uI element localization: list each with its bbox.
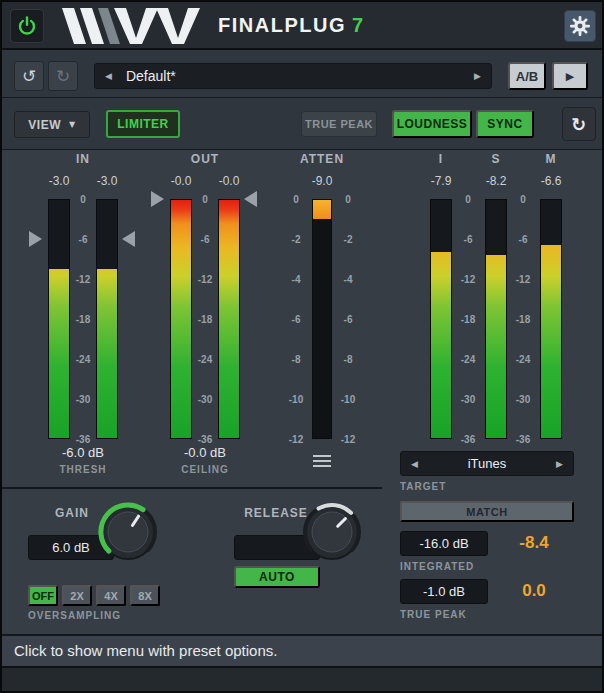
thresh-handle-right[interactable] <box>122 231 135 247</box>
plugin-version: 7 <box>352 14 365 36</box>
integrated-peak: -7.9 <box>424 174 458 188</box>
limiter-controls-panel: GAIN 6.0 dB RELEASE AUTO OFF 2X 4X 8X OV… <box>2 487 382 634</box>
atten-meter <box>312 199 332 439</box>
preset-bar: ↺ ↻ ◀ Default* ▶ A/B ▶ <box>2 50 602 98</box>
target-next-icon[interactable]: ▶ <box>556 459 563 469</box>
integrated-readout: -8.4 <box>494 530 574 555</box>
integrated-caption: INTEGRATED <box>400 561 540 572</box>
sync-toggle[interactable]: SYNC <box>476 110 534 138</box>
chevron-down-icon: ▼ <box>69 120 76 129</box>
short-term-peak: -8.2 <box>479 174 513 188</box>
refresh-loudness-button[interactable]: ↻ <box>562 107 596 141</box>
oversampling-8x-button[interactable]: 8X <box>130 585 160 606</box>
short-term-meter <box>485 199 507 439</box>
out-peak-right: -0.0 <box>212 174 246 188</box>
true-peak-target-field[interactable]: -1.0 dB <box>400 579 488 604</box>
footer-strip <box>2 666 602 691</box>
target-caption: TARGET <box>400 481 520 492</box>
view-dropdown[interactable]: VIEW ▼ <box>14 111 90 138</box>
target-name: iTunes <box>418 456 556 471</box>
view-label: VIEW <box>28 118 61 132</box>
redo-button[interactable]: ↻ <box>48 61 78 91</box>
circular-arrows-icon: ↻ <box>571 114 587 135</box>
target-prev-icon[interactable]: ◀ <box>411 459 418 469</box>
oversampling-caption: OVERSAMPLING <box>28 610 188 621</box>
out-meter-label: OUT <box>170 152 240 166</box>
gear-icon <box>569 15 591 37</box>
status-text: Click to show menu with preset options. <box>2 636 602 666</box>
toolbar: VIEW ▼ LIMITER TRUE PEAK LOUDNESS SYNC ↻ <box>2 98 602 150</box>
ceiling-value[interactable]: -0.0 dB <box>155 445 255 460</box>
ceiling-caption: CEILING <box>155 464 255 475</box>
redo-icon: ↻ <box>56 66 70 86</box>
in-meter-right <box>96 199 118 439</box>
gain-knob[interactable] <box>98 502 158 562</box>
ab-compare-button[interactable]: A/B <box>508 62 546 90</box>
preset-name: Default* <box>126 68 474 84</box>
power-icon <box>17 16 37 36</box>
integrated-target-field[interactable]: -16.0 dB <box>400 531 488 556</box>
plugin-title: FINALPLUG7 <box>218 14 365 37</box>
thresh-handle-left[interactable] <box>29 231 42 247</box>
loudness-panel: I S M -7.9 -8.2 -6.6 0-6-12-18-24-30-36 … <box>382 150 602 634</box>
momentary-peak: -6.6 <box>534 174 568 188</box>
gain-label: GAIN <box>40 506 104 520</box>
in-peak-left: -3.0 <box>42 174 76 188</box>
atten-menu-button[interactable] <box>308 448 336 474</box>
atten-peak: -9.0 <box>305 174 339 188</box>
preset-prev-icon[interactable]: ◀ <box>105 71 112 81</box>
play-icon: ▶ <box>566 70 574 83</box>
limiter-toggle[interactable]: LIMITER <box>106 110 180 138</box>
short-term-meter-label: S <box>479 152 513 166</box>
auto-release-toggle[interactable]: AUTO <box>234 566 320 588</box>
undo-icon: ↺ <box>22 66 36 86</box>
match-button[interactable]: MATCH <box>400 501 574 522</box>
preset-menu-button[interactable]: ▶ <box>552 62 588 90</box>
ceiling-handle-left[interactable] <box>151 191 164 207</box>
oversampling-2x-button[interactable]: 2X <box>62 585 92 606</box>
out-meter-right <box>218 199 240 439</box>
in-meter-left <box>48 199 70 439</box>
in-peak-right: -3.0 <box>90 174 124 188</box>
thresh-value[interactable]: -6.0 dB <box>33 445 133 460</box>
settings-button[interactable] <box>564 10 596 42</box>
integrated-meter <box>430 199 452 439</box>
release-knob[interactable] <box>302 502 362 562</box>
true-peak-toggle[interactable]: TRUE PEAK <box>301 111 377 137</box>
loudness-toggle[interactable]: LOUDNESS <box>392 110 472 138</box>
true-peak-caption: TRUE PEAK <box>400 609 540 620</box>
plugin-window: FINALPLUG7 ↺ <box>0 0 604 693</box>
momentary-meter-label: M <box>534 152 568 166</box>
oversampling-4x-button[interactable]: 4X <box>96 585 126 606</box>
undo-button[interactable]: ↺ <box>14 61 44 91</box>
power-button[interactable] <box>10 9 44 43</box>
preset-selector[interactable]: ◀ Default* ▶ <box>94 63 492 89</box>
thresh-caption: THRESH <box>33 464 133 475</box>
atten-meter-label: ATTEN <box>287 152 357 166</box>
target-selector[interactable]: ◀ iTunes ▶ <box>400 451 574 476</box>
out-meter-left <box>170 199 192 439</box>
ceiling-handle-right[interactable] <box>244 191 257 207</box>
in-meter-label: IN <box>48 152 118 166</box>
plugin-title-text: FINALPLUG <box>218 14 346 36</box>
status-bar: Click to show menu with preset options. <box>2 634 602 666</box>
oversampling-off-button[interactable]: OFF <box>28 585 58 606</box>
out-peak-left: -0.0 <box>164 174 198 188</box>
true-peak-readout: 0.0 <box>494 578 574 603</box>
brand-logo <box>60 8 210 44</box>
integrated-meter-label: I <box>424 152 458 166</box>
hamburger-icon <box>313 455 331 467</box>
header-bar: FINALPLUG7 <box>2 2 602 50</box>
preset-next-icon[interactable]: ▶ <box>474 71 481 81</box>
limiter-meter-panel: IN -3.0 -3.0 0-6-12-18-24-30-36 -6.0 dB … <box>2 150 382 487</box>
momentary-meter <box>540 199 562 439</box>
